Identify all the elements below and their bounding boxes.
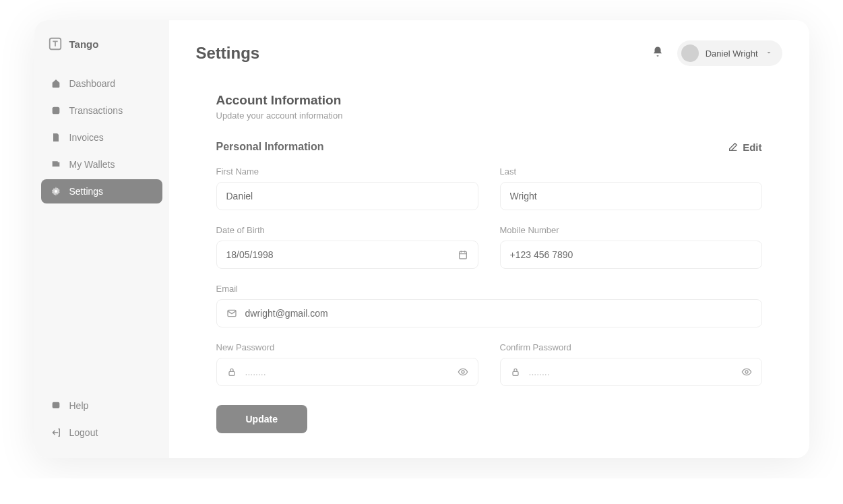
nav-label: Dashboard — [69, 78, 116, 89]
nav-label: Logout — [69, 427, 98, 438]
transactions-icon — [51, 105, 61, 116]
field-new-password: New Password — [216, 342, 478, 386]
pencil-icon — [728, 141, 739, 152]
dob-input[interactable] — [226, 249, 449, 260]
edit-button[interactable]: Edit — [728, 141, 761, 153]
input-wrap — [500, 182, 762, 210]
lock-icon — [226, 367, 237, 377]
toggle-password-visibility[interactable] — [741, 367, 752, 377]
notifications-button[interactable] — [652, 46, 664, 61]
input-wrap — [216, 358, 478, 386]
bell-icon — [652, 46, 664, 58]
calendar-button[interactable] — [458, 249, 468, 260]
field-dob: Date of Birth — [216, 225, 478, 269]
first-name-input[interactable] — [226, 191, 468, 201]
gear-icon — [51, 186, 61, 197]
section-title: Account Information — [216, 93, 762, 108]
nav: Dashboard Transactions Invoices My Walle… — [41, 71, 162, 203]
email-input[interactable] — [245, 308, 752, 319]
lock-icon — [510, 367, 521, 377]
nav-label: My Wallets — [69, 159, 115, 170]
chevron-down-icon — [765, 47, 773, 59]
brand-name: Tango — [69, 38, 99, 50]
svg-rect-8 — [513, 371, 518, 375]
sidebar-item-dashboard[interactable]: Dashboard — [41, 71, 162, 96]
input-wrap — [500, 358, 762, 386]
svg-rect-6 — [229, 371, 235, 375]
form: First Name Last Date of Birth — [216, 166, 762, 386]
mail-icon — [226, 308, 237, 319]
avatar — [681, 44, 699, 62]
sidebar-item-wallets[interactable]: My Wallets — [41, 152, 162, 177]
nav-label: Help — [69, 400, 89, 411]
confirm-password-input[interactable] — [529, 367, 733, 377]
input-wrap — [216, 241, 478, 269]
input-wrap — [216, 299, 762, 327]
input-wrap — [216, 182, 478, 210]
user-name: Daniel Wright — [706, 49, 758, 59]
svg-rect-4 — [459, 251, 466, 259]
wallet-icon — [51, 159, 61, 170]
nav-label: Invoices — [69, 132, 104, 143]
eye-icon — [458, 367, 468, 377]
brand: Tango — [41, 36, 162, 71]
svg-point-7 — [462, 371, 464, 373]
toggle-password-visibility[interactable] — [458, 367, 468, 377]
label: Email — [216, 284, 762, 294]
mobile-input[interactable] — [510, 249, 752, 260]
user-menu[interactable]: Daniel Wright — [677, 40, 782, 66]
input-wrap — [500, 241, 762, 269]
sidebar: Tango Dashboard Transactions Invoices My… — [34, 20, 169, 458]
field-email: Email — [216, 284, 762, 327]
page-title: Settings — [196, 44, 260, 63]
sidebar-item-invoices[interactable]: Invoices — [41, 125, 162, 150]
section-subtitle: Update your account information — [216, 111, 762, 121]
calendar-icon — [458, 249, 468, 260]
nav-label: Settings — [69, 186, 104, 197]
invoices-icon — [51, 132, 61, 143]
sidebar-item-logout[interactable]: Logout — [41, 420, 162, 445]
label: Mobile Number — [500, 225, 762, 235]
logout-icon — [51, 427, 61, 438]
update-button[interactable]: Update — [216, 405, 307, 433]
sidebar-item-settings[interactable]: Settings — [41, 179, 162, 203]
sidebar-item-transactions[interactable]: Transactions — [41, 98, 162, 123]
home-icon — [51, 78, 61, 89]
label: New Password — [216, 342, 478, 352]
logo-icon — [48, 36, 63, 51]
field-confirm-password: Confirm Password — [500, 342, 762, 386]
svg-rect-1 — [52, 107, 59, 115]
label: Last — [500, 166, 762, 177]
main-panel: Settings Daniel Wright Account Informati… — [169, 20, 809, 458]
help-icon — [51, 400, 61, 411]
svg-point-9 — [745, 371, 748, 373]
content: Account Information Update your account … — [196, 93, 782, 433]
field-last-name: Last — [500, 166, 762, 210]
nav-label: Transactions — [69, 105, 123, 116]
topbar-right: Daniel Wright — [652, 40, 782, 66]
svg-rect-3 — [52, 402, 59, 408]
eye-icon — [741, 367, 752, 377]
label: Date of Birth — [216, 225, 478, 235]
field-first-name: First Name — [216, 166, 478, 210]
sidebar-item-help[interactable]: Help — [41, 393, 162, 418]
edit-label: Edit — [743, 141, 761, 153]
topbar: Settings Daniel Wright — [196, 40, 782, 66]
label: First Name — [216, 166, 478, 177]
personal-info-title: Personal Information — [216, 141, 324, 153]
subsection-header: Personal Information Edit — [216, 141, 762, 153]
new-password-input[interactable] — [245, 367, 449, 377]
sidebar-bottom: Help Logout — [41, 393, 162, 445]
last-name-input[interactable] — [510, 191, 752, 201]
field-mobile: Mobile Number — [500, 225, 762, 269]
app-window: Tango Dashboard Transactions Invoices My… — [34, 20, 809, 458]
label: Confirm Password — [500, 342, 762, 352]
